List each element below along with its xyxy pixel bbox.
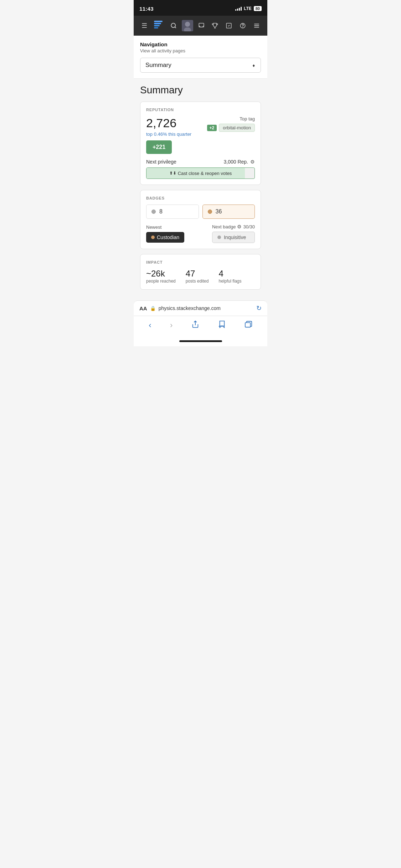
reload-icon[interactable]: ↻ (256, 304, 262, 312)
address-bar[interactable]: AA 🔒 physics.stackexchange.com ↻ (134, 300, 267, 316)
navigation-title: Navigation (140, 41, 261, 47)
top-nav: ☰ (134, 16, 267, 36)
top-percent: top 0.46% this quarter (146, 131, 191, 137)
browser-nav: ‹ › (134, 316, 267, 337)
rep-right: Top tag +2 orbital-motion (207, 116, 255, 132)
status-time: 11:43 (139, 6, 154, 12)
rep-gain[interactable]: +221 (146, 140, 172, 154)
next-badge-progress: 30/30 (243, 224, 255, 229)
signal-bar-1 (235, 9, 236, 11)
svg-point-3 (185, 22, 190, 27)
tag-score: +2 (207, 125, 217, 131)
svg-line-1 (175, 27, 176, 28)
page-title: Summary (140, 84, 261, 96)
avatar[interactable] (182, 20, 193, 31)
navigation-section: Navigation View all activity pages Summa… (134, 36, 267, 79)
tag-row: +2 orbital-motion (207, 124, 255, 132)
status-bar: 11:43 LTE 80 (134, 0, 267, 16)
posts-edited-label: posts edited (186, 279, 209, 284)
newest-section: Newest Custodian (146, 224, 184, 243)
privilege-gear-icon[interactable]: ⚙ (250, 159, 255, 165)
forward-button[interactable]: › (166, 319, 177, 331)
custodian-badge[interactable]: Custodian (146, 232, 184, 243)
privilege-row: Next privilege 3,000 Rep. ⚙ (146, 159, 255, 165)
next-badge-label: Next badge (212, 224, 236, 229)
helpful-flags-label: helpful flags (219, 279, 241, 284)
bronze-badge-count[interactable]: 36 (202, 205, 255, 219)
newest-label: Newest (146, 224, 184, 230)
impact-label: IMPACT (146, 260, 255, 264)
silver-badge-count[interactable]: 8 (146, 205, 199, 219)
signal-bar-3 (239, 8, 240, 11)
logo-line-2 (154, 23, 161, 24)
select-value: Summary (145, 62, 171, 69)
privilege-bar-text: ⬆⬇ Cast close & reopen votes (169, 171, 232, 176)
lock-icon: 🔒 (150, 306, 156, 311)
help-icon[interactable] (237, 20, 248, 31)
lte-label: LTE (244, 6, 252, 11)
bronze-dot-icon (208, 210, 212, 214)
logo-line-4 (154, 27, 158, 29)
svg-rect-15 (245, 322, 251, 327)
select-arrow-icon: ⬧ (252, 62, 256, 68)
signal-bars (235, 6, 242, 11)
font-size-button[interactable]: AA (139, 305, 147, 311)
trophy-icon[interactable] (209, 20, 221, 31)
more-icon[interactable] (251, 20, 262, 31)
inquisitive-badge[interactable]: Inquisitive (212, 232, 255, 243)
hamburger-icon[interactable]: ☰ (139, 20, 150, 31)
people-reached-number: ~26k (146, 269, 176, 279)
people-reached-item: ~26k people reached (146, 269, 176, 284)
next-privilege-label: Next privilege (146, 159, 176, 165)
battery-badge: 80 (254, 6, 262, 11)
reputation-card: REPUTATION 2,726 top 0.46% this quarter … (140, 102, 261, 185)
badges-card: BADGES 8 36 Newest Custodian Next ba (140, 190, 261, 249)
svg-point-0 (171, 23, 175, 27)
bookmarks-button[interactable] (214, 319, 230, 332)
helpful-flags-number: 4 (219, 269, 241, 279)
inbox-icon[interactable] (196, 20, 207, 31)
people-reached-label: people reached (146, 279, 176, 284)
privilege-progress-bar[interactable]: ⬆⬇ Cast close & reopen votes (146, 167, 255, 179)
home-pill (179, 340, 222, 342)
helpful-flags-item: 4 helpful flags (219, 269, 241, 284)
posts-edited-item: 47 posts edited (186, 269, 209, 284)
activity-page-select[interactable]: Summary ⬧ (140, 58, 261, 73)
search-icon[interactable] (168, 20, 179, 31)
posts-edited-number: 47 (186, 269, 209, 279)
updown-arrow-icon: ⬆⬇ (169, 171, 176, 176)
tag-name[interactable]: orbital-motion (219, 124, 255, 132)
back-button[interactable]: ‹ (144, 319, 155, 331)
custodian-dot-icon (151, 236, 155, 239)
rep-top-row: 2,726 top 0.46% this quarter +221 Top ta… (146, 116, 255, 159)
share-button[interactable] (187, 319, 204, 332)
badges-bottom: Newest Custodian Next badge ⚙ 30/30 Inqu… (146, 224, 255, 243)
url-text[interactable]: physics.stackexchange.com (159, 305, 253, 311)
next-privilege-rep: 3,000 Rep. ⚙ (224, 159, 255, 165)
status-right: LTE 80 (235, 6, 262, 11)
review-icon[interactable] (223, 20, 235, 31)
impact-card: IMPACT ~26k people reached 47 posts edit… (140, 254, 261, 290)
top-tag-label: Top tag (207, 116, 255, 122)
navigation-subtitle: View all activity pages (140, 48, 261, 53)
home-indicator (134, 337, 267, 346)
silver-dot-icon (151, 210, 156, 214)
svg-point-10 (243, 27, 243, 27)
logo-line-3 (154, 25, 160, 26)
badges-label: BADGES (146, 196, 255, 200)
reputation-number: 2,726 (146, 116, 191, 130)
main-content: Summary REPUTATION 2,726 top 0.46% this … (134, 79, 267, 300)
inquisitive-dot-icon (217, 236, 221, 239)
signal-bar-2 (237, 9, 238, 11)
badges-grid: 8 36 (146, 205, 255, 219)
signal-bar-4 (241, 7, 242, 11)
logo-line-1 (154, 21, 163, 22)
next-badge-header: Next badge ⚙ 30/30 (212, 224, 255, 229)
rep-left: 2,726 top 0.46% this quarter +221 (146, 116, 191, 159)
reputation-label: REPUTATION (146, 108, 255, 112)
next-badge-section: Next badge ⚙ 30/30 Inquisitive (212, 224, 255, 243)
site-logo[interactable] (153, 19, 165, 32)
next-badge-gear-icon[interactable]: ⚙ (237, 224, 242, 229)
tabs-button[interactable] (240, 319, 257, 332)
impact-grid: ~26k people reached 47 posts edited 4 he… (146, 269, 255, 284)
